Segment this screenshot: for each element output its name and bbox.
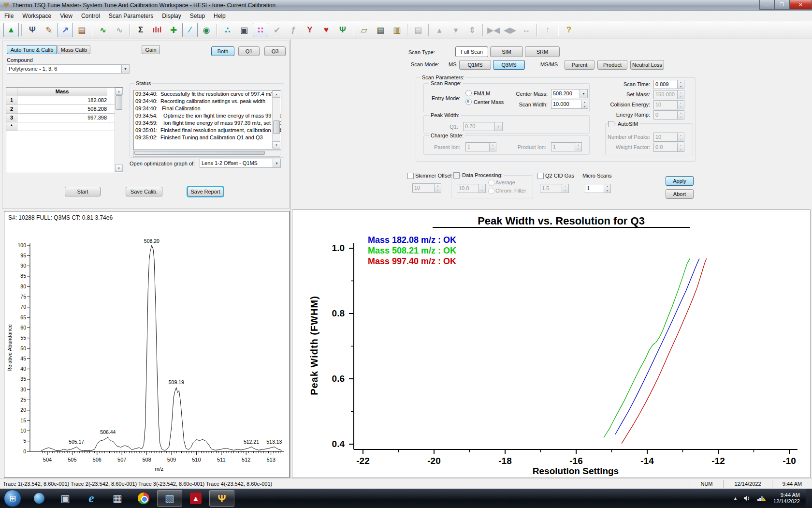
menu-control[interactable]: Control (77, 12, 104, 20)
show-desktop-button[interactable] (806, 489, 812, 508)
scan-width-input[interactable]: 10.000 (551, 100, 582, 109)
calibration-graph-icon[interactable]: ↗ (58, 23, 73, 37)
save-report-button[interactable]: Save Report (188, 187, 223, 196)
menu-file[interactable]: File (0, 12, 18, 20)
export-files-icon[interactable]: ▥ (389, 23, 405, 37)
mass-calib-button[interactable]: Mass Calib (58, 45, 90, 54)
taskbar-acrobat-icon[interactable]: ▲ (183, 490, 208, 507)
svg-text:508.20: 508.20 (144, 238, 160, 244)
data-processing-checkbox[interactable] (453, 172, 460, 179)
status-horizontal-scrollbar[interactable] (133, 150, 280, 157)
menu-scan-parameters[interactable]: Scan Parameters (104, 12, 158, 20)
scan-width-spinner[interactable]: ▲▼ (581, 100, 588, 109)
product-button[interactable]: Product (597, 60, 627, 70)
compound-select-arrow[interactable]: ▼ (121, 64, 130, 74)
scan-time-spinner[interactable]: ▲▼ (677, 80, 684, 89)
menu-display[interactable]: Display (158, 12, 185, 20)
data-processing-label: Data Processing: (461, 172, 504, 178)
peak-display-icon[interactable]: ∿ (95, 23, 111, 37)
scan-type-srm-button[interactable]: SRM (525, 46, 560, 57)
sum-spectra-icon[interactable]: Σ (133, 23, 148, 37)
taskbar-data-explorer-icon[interactable]: ▧ (157, 490, 182, 507)
mass-table-row[interactable]: * (6, 122, 123, 131)
calibrant-flask-icon[interactable]: Y (302, 23, 318, 37)
color-profile-icon[interactable]: ∷ (253, 23, 268, 37)
network-warning-icon[interactable]: ! (757, 495, 766, 502)
scan-type-sim-button[interactable]: SIM (490, 46, 523, 57)
save-file-icon[interactable]: ▦ (373, 23, 388, 37)
chrom-filter-radio[interactable] (488, 188, 494, 194)
tray-expand-icon[interactable]: ▲ (733, 496, 738, 501)
menu-workspace[interactable]: Workspace (18, 12, 56, 20)
syringe-pump-icon[interactable]: ∕ (182, 23, 198, 37)
gain-button[interactable]: Gain (142, 45, 160, 54)
scan-type-full-scan-button[interactable]: Full Scan (455, 46, 488, 57)
mass-table-row[interactable]: 3997.398 (6, 114, 123, 122)
abort-button[interactable]: Abort (666, 189, 694, 199)
center-mass-arrow[interactable]: ▼ (580, 89, 588, 98)
taskbar-calculator-icon[interactable]: ▦ (105, 490, 130, 507)
menu-setup[interactable]: Setup (186, 12, 209, 20)
snapshot-camera-icon[interactable]: ▣ (236, 23, 252, 37)
sequence-vials-icon[interactable]: ∴ (220, 23, 235, 37)
q3-button[interactable]: Q3 (264, 46, 286, 56)
mass-table-header: Mass (6, 88, 123, 96)
save-calib-button[interactable]: Save Calib. (126, 187, 162, 196)
start-button[interactable]: Start (65, 187, 101, 196)
taskbar-internet-explorer-icon[interactable]: e (79, 490, 104, 507)
micro-scans-spinner[interactable]: ▲▼ (604, 184, 611, 193)
q1-button[interactable]: Q1 (238, 46, 260, 56)
autosim-checkbox[interactable] (608, 121, 614, 127)
status-vertical-scrollbar[interactable]: ▲ ▼ (272, 90, 280, 149)
close-button[interactable]: ✕ (789, 0, 812, 10)
apply-button[interactable]: Apply (666, 176, 694, 186)
center-mass-input[interactable]: 508.200 (551, 89, 582, 98)
ion-source-icon[interactable]: ◉ (199, 23, 214, 37)
micro-scans-label: Micro Scans (582, 173, 612, 179)
fmlm-radio[interactable] (465, 90, 472, 96)
auto-tune-calib-button[interactable]: Auto Tune & Calib (7, 45, 57, 54)
tray-clock[interactable]: 9:44 AM 12/14/2022 (773, 492, 800, 505)
open-graph-select[interactable]: Lens 1-2 Offset - Q1MS (200, 159, 275, 168)
taskbar-chrome-icon[interactable] (131, 490, 156, 507)
tune-method-icon[interactable]: Ψ (25, 23, 40, 37)
parent-button[interactable]: Parent (565, 60, 594, 70)
taskbar-media-player-icon[interactable] (27, 490, 52, 507)
average-radio[interactable] (488, 179, 494, 186)
scan-time-input[interactable]: 0.809 (653, 80, 680, 89)
maximize-button[interactable]: ❐ (774, 0, 789, 10)
help-icon[interactable]: ? (561, 23, 577, 37)
taskbar-tsq-tune-icon[interactable]: Ψ (209, 490, 234, 507)
mass-table-scrollbar[interactable]: ▲▼ (115, 88, 123, 172)
skimmer-offset-checkbox[interactable] (407, 173, 414, 179)
menu-help[interactable]: Help (209, 12, 230, 20)
edit-method-icon[interactable]: ✎ (41, 23, 57, 37)
svg-text:507: 507 (117, 457, 126, 463)
neutral-loss-button[interactable]: Neutral Loss (630, 60, 664, 70)
q3ms-button[interactable]: Q3MS (493, 60, 525, 70)
add-compound-icon[interactable]: ✚ (166, 23, 181, 37)
volume-icon[interactable] (743, 495, 751, 502)
compound-select[interactable]: Polytyrosine - 1, 3, 6 (7, 64, 124, 74)
mass-row-value: 508.208 (17, 105, 110, 113)
mass-table-row[interactable]: 1182.082 (6, 96, 123, 105)
q1ms-button[interactable]: Q1MS (459, 60, 491, 70)
start-button[interactable]: ⊞ (4, 490, 21, 507)
menu-view[interactable]: View (56, 12, 77, 20)
system-status-icon[interactable]: ♥ (319, 23, 334, 37)
q2-cid-gas-checkbox[interactable] (537, 173, 544, 179)
tune-check-icon[interactable]: Ψ (335, 23, 350, 37)
instrument-build-icon[interactable]: ▤ (74, 23, 89, 37)
mass-table[interactable]: Mass1182.0822508.2083997.398*▲▼ (6, 87, 123, 173)
minimize-button[interactable]: — (759, 0, 774, 10)
mass-table-row[interactable]: 2508.208 (6, 105, 123, 114)
status-log-list[interactable]: 09:34:40: Successfully fit the resolutio… (133, 90, 281, 150)
acquire-run-icon[interactable]: ▲ (3, 23, 19, 37)
centroid-peaks-icon[interactable]: ılıl (149, 23, 165, 37)
open-graph-select-arrow[interactable]: ▼ (273, 159, 281, 168)
both-button[interactable]: Both (211, 46, 234, 56)
open-file-icon[interactable]: ▱ (356, 23, 372, 37)
taskbar-console-icon[interactable]: ▣ (53, 490, 78, 507)
center-mass-radio[interactable] (465, 99, 472, 105)
micro-scans-input[interactable]: 1 (585, 184, 606, 193)
